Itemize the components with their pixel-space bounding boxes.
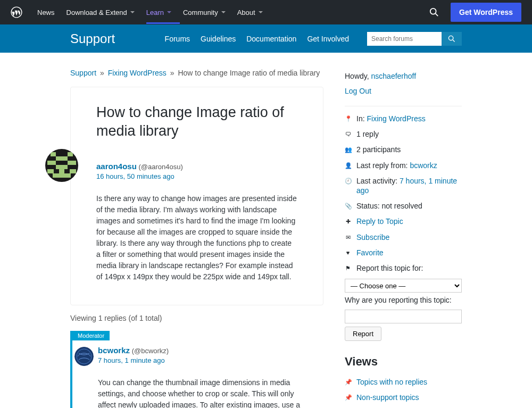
profile-link[interactable]: nschaeferhoff (371, 72, 417, 80)
nav-news[interactable]: News (37, 2, 55, 23)
reply-author-handle: (@bcworkz) (132, 347, 169, 355)
svg-rect-12 (47, 169, 54, 173)
clock-icon: 🕘 (345, 177, 351, 185)
view-non-support-topics[interactable]: Non-support topics (356, 393, 419, 402)
viewing-count-top: Viewing 1 replies (of 1 total) (70, 314, 323, 322)
search-icon[interactable] (429, 7, 439, 17)
reply-to-topic-link[interactable]: Reply to Topic (356, 217, 403, 226)
chevron-down-icon (167, 11, 171, 13)
top-navbar: News Download & Extend Learn Community A… (0, 0, 532, 24)
plus-icon: ✚ (345, 218, 351, 225)
nav-download-extend[interactable]: Download & Extend (66, 2, 135, 23)
logout-link[interactable]: Log Out (345, 87, 462, 95)
nav-about[interactable]: About (237, 2, 263, 23)
reply-card: Moderator bcworkz (@bcworkz) 7 hours, 1 … (70, 331, 323, 408)
svg-rect-11 (56, 165, 68, 169)
reply-body: You can change the thumbnail image dimen… (98, 377, 307, 408)
support-title: Support (70, 31, 165, 46)
author-line: aaron4osu (@aaron4osu) (96, 162, 297, 171)
subnav-get-involved[interactable]: Get Involved (307, 35, 349, 43)
breadcrumb: Support » Fixing WordPress » How to chan… (70, 69, 323, 77)
svg-rect-15 (53, 173, 71, 178)
svg-rect-10 (68, 161, 76, 165)
breadcrumb-support[interactable]: Support (70, 69, 96, 77)
chevron-down-icon (130, 11, 135, 13)
svg-rect-7 (68, 152, 73, 156)
reply-count: 1 reply (356, 129, 379, 139)
favorite-link[interactable]: Favorite (356, 248, 384, 257)
participant-count: 2 participants (356, 145, 401, 154)
topic-title: How to change Image ratio of media libra… (96, 103, 297, 140)
forum-search-input[interactable] (367, 32, 442, 46)
svg-rect-8 (56, 156, 68, 161)
topic-card: How to change Image ratio of media libra… (70, 87, 323, 305)
svg-rect-13 (59, 169, 64, 173)
topic-time-link[interactable]: 16 hours, 50 minutes ago (96, 172, 174, 180)
attachment-icon: 📎 (345, 202, 351, 210)
author-handle: (@aaron4osu) (138, 163, 182, 171)
pin-icon: 📍 (345, 115, 351, 122)
subnav-guidelines[interactable]: Guidelines (201, 35, 236, 43)
nav-learn[interactable]: Learn (146, 2, 171, 23)
in-forum-link[interactable]: Fixing WordPress (367, 114, 425, 123)
howdy-line: Howdy, nschaeferhoff (345, 72, 462, 80)
moderator-badge: Moderator (72, 331, 110, 340)
reply-author-line: bcworkz (@bcworkz) (98, 346, 307, 355)
get-wordpress-button[interactable]: Get WordPress (451, 3, 521, 22)
svg-rect-6 (51, 152, 56, 156)
heart-icon: ♥ (345, 249, 351, 256)
participants-icon: 👥 (345, 146, 351, 153)
svg-rect-9 (47, 161, 56, 165)
wordpress-logo-icon[interactable] (11, 6, 22, 18)
report-button[interactable]: Report (345, 327, 381, 341)
topic-body: Is there any way to change how images ar… (96, 193, 297, 282)
last-reply-user-link[interactable]: bcworkz (410, 161, 437, 170)
mail-icon: ✉ (345, 234, 351, 241)
report-reason-input[interactable] (345, 310, 462, 323)
chevron-down-icon (221, 11, 226, 13)
pin-icon: 📌 (345, 378, 351, 386)
reply-author-name-link[interactable]: bcworkz (98, 346, 130, 355)
subscribe-link[interactable]: Subscribe (356, 232, 389, 242)
svg-point-3 (448, 36, 453, 40)
forum-search-button[interactable] (442, 32, 462, 46)
svg-point-16 (74, 347, 94, 366)
replies-icon: 🗨 (345, 130, 351, 138)
svg-rect-14 (70, 169, 76, 173)
search-icon (448, 35, 455, 43)
author-name-link[interactable]: aaron4osu (96, 162, 137, 171)
report-label: Report this topic for: (356, 263, 423, 273)
sidebar: Howdy, nschaeferhoff Log Out 📍In: Fixing… (345, 53, 462, 408)
status-text: Status: not resolved (356, 201, 422, 211)
nav-community[interactable]: Community (183, 2, 226, 23)
support-subnav: Support Forums Guidelines Documentation … (0, 24, 532, 53)
svg-line-4 (453, 40, 455, 42)
svg-line-2 (436, 14, 438, 16)
author-avatar[interactable] (45, 149, 78, 182)
reply-author-avatar[interactable] (74, 347, 94, 366)
subnav-documentation[interactable]: Documentation (246, 35, 296, 43)
views-heading: Views (345, 355, 462, 369)
breadcrumb-current: How to change Image ratio of media libra… (178, 69, 320, 77)
svg-point-1 (430, 9, 436, 14)
pin-icon: 📌 (345, 394, 351, 401)
report-reason-label: Why are you reporting this topic: (345, 296, 462, 304)
flag-icon: ⚑ (345, 264, 351, 272)
breadcrumb-forum[interactable]: Fixing WordPress (108, 69, 167, 77)
person-icon: 👤 (345, 162, 351, 169)
view-topics-no-replies[interactable]: Topics with no replies (356, 377, 427, 387)
chevron-down-icon (259, 11, 263, 13)
report-reason-select[interactable]: — Choose one — (345, 279, 462, 293)
reply-time-link[interactable]: 7 hours, 1 minute ago (98, 356, 165, 364)
subnav-forums[interactable]: Forums (165, 35, 190, 43)
